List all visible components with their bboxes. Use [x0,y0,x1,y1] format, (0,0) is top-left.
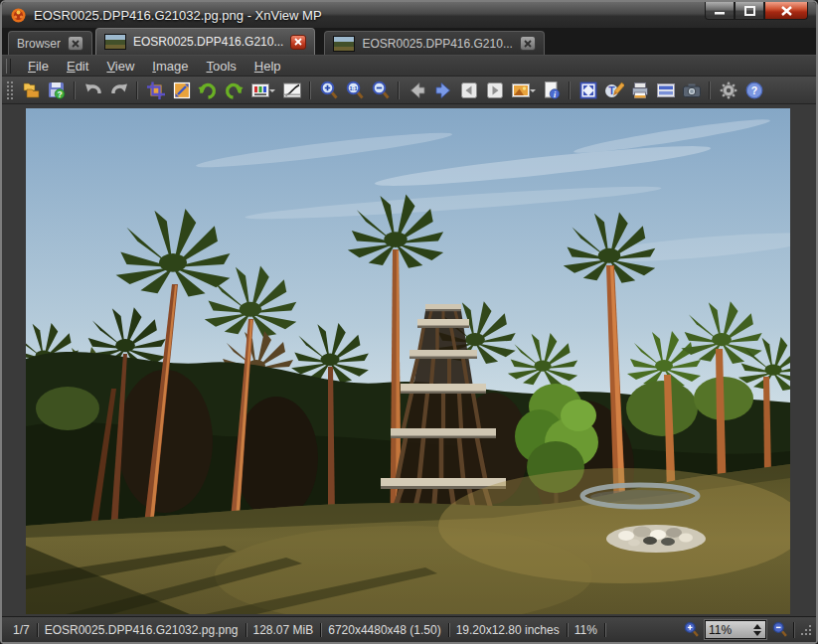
spin-up-icon[interactable] [753,624,761,629]
status-zoom: 11% [568,623,605,637]
close-icon [72,40,80,48]
info-button[interactable]: i [539,79,564,102]
close-icon [781,6,792,16]
tab-thumbnail [104,34,126,50]
minimize-button[interactable] [705,2,735,20]
maximize-icon [744,6,755,16]
zoom-actual-size-button[interactable]: 1:1 [342,79,367,102]
status-dimensions: 6720x4480x48 (1.50) [321,623,448,637]
zoom-out-icon [371,80,391,100]
tab-browser[interactable]: Browser [8,31,92,55]
resize-icon [172,80,192,100]
zoom-out-button[interactable] [368,79,393,102]
print-button[interactable] [627,79,652,102]
gear-icon [719,80,738,100]
help-button[interactable]: ? [741,79,766,102]
next-image-button[interactable] [430,79,455,102]
tab-image-2[interactable]: EOSR0025.DPP416.G210... [324,31,544,55]
browse-folders-icon [21,80,41,100]
tab-close-button[interactable] [520,36,536,51]
title-bar[interactable]: EOSR0025.DPP416.G21032.pg.png - XnView M… [2,2,816,28]
xnview-window: EOSR0025.DPP416.G21032.pg.png - XnView M… [0,0,818,644]
menu-bar: File Edit View Image Tools Help [2,56,816,77]
zoom-in-button[interactable] [316,79,341,102]
rotate-right-button[interactable] [221,79,245,102]
fullscreen-button[interactable] [575,79,600,102]
zoom-out-icon[interactable] [771,621,788,638]
draw-text-icon: T [604,80,624,100]
zoom-percentage-spinner[interactable]: 11% [705,620,766,639]
svg-text:1:1: 1:1 [349,85,357,91]
tab-thumbnail [333,36,355,52]
zoom-in-icon[interactable] [683,621,700,638]
menu-grip-handle[interactable] [6,59,11,74]
toolbar-grip-handle[interactable] [6,80,13,100]
maximize-button[interactable] [735,2,764,20]
camera-icon [682,80,702,100]
toolbar-separator [136,81,138,99]
resize-button[interactable] [169,79,194,102]
crop-button[interactable] [143,79,168,102]
toolbar-separator [74,81,76,99]
curves-button[interactable] [279,79,304,102]
redo-button[interactable] [106,79,131,102]
rotate-left-button[interactable] [195,79,220,102]
dropdown-caret-icon [530,89,536,95]
close-button[interactable] [764,2,808,20]
last-page-icon [485,80,505,100]
toolbar-separator [309,81,311,99]
photo-image [26,108,790,614]
capture-button[interactable] [679,79,704,102]
adjust-colors-button[interactable] [246,79,278,102]
next-arrow-icon [433,80,453,100]
curves-icon [282,80,302,100]
slideshow-button[interactable] [508,79,538,102]
xnview-logo-icon [10,7,27,24]
rotate-left-icon [198,80,218,100]
slideshow-icon [511,80,531,100]
last-image-button[interactable] [482,79,507,102]
toolbar-separator [569,81,571,99]
tab-close-button[interactable] [290,35,306,50]
tab-label: EOSR0025.DPP416.G210... [362,37,512,51]
tab-image-1-active[interactable]: EOSR0025.DPP416.G210... [95,28,315,55]
menu-help[interactable]: Help [245,57,290,76]
menu-file[interactable]: File [19,57,58,76]
filmstrip-button[interactable] [653,79,678,102]
window-title: EOSR0025.DPP416.G21032.pg.png - XnView M… [34,8,322,23]
tab-label: Browser [17,37,61,51]
menu-view[interactable]: View [97,57,143,76]
draw-text-button[interactable]: T [601,79,626,102]
spinner-arrows[interactable] [753,624,762,636]
fullscreen-icon [578,80,598,100]
status-print-size: 19.20x12.80 inches [449,623,568,637]
menu-edit[interactable]: Edit [58,57,97,76]
resize-grip-handle[interactable] [800,624,812,636]
save-button[interactable]: ? [44,79,69,102]
rotate-right-icon [224,80,244,100]
previous-image-button[interactable] [405,79,429,102]
menu-image[interactable]: Image [143,57,197,76]
spin-down-icon[interactable] [753,631,761,636]
status-filesize: 128.07 MiB [246,623,322,637]
status-zoom-controls: 11% [683,620,812,639]
zoom-1-1-icon: 1:1 [345,80,365,100]
tab-label: EOSR0025.DPP416.G210... [133,35,283,49]
dropdown-caret-icon [269,89,275,95]
settings-button[interactable] [716,79,740,102]
status-filename: EOSR0025.DPP416.G21032.pg.png [38,623,246,637]
image-viewport[interactable] [2,104,816,616]
zoom-in-icon [319,80,339,100]
crop-icon [146,80,166,100]
browse-button[interactable] [18,79,43,102]
close-icon [524,40,532,48]
toolbar-separator [709,81,711,99]
svg-text:?: ? [750,84,756,96]
menu-tools[interactable]: Tools [197,57,245,76]
save-icon: ? [47,80,67,100]
filmstrip-icon [656,80,676,100]
undo-button[interactable] [81,79,105,102]
window-controls [705,2,808,20]
first-image-button[interactable] [456,79,481,102]
tab-close-button[interactable] [68,36,83,51]
